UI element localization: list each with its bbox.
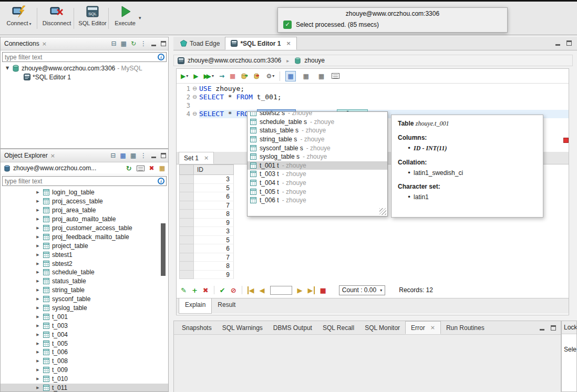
- next-page-icon[interactable]: ▶: [297, 286, 303, 294]
- autocomplete-item[interactable]: t_006 t zhouye: [248, 196, 387, 205]
- split-view-button[interactable]: ▦: [301, 71, 311, 81]
- breadcrumb-schema[interactable]: zhouye: [304, 57, 325, 64]
- row-header-cell[interactable]: [179, 210, 194, 219]
- close-icon[interactable]: ×: [204, 154, 209, 161]
- close-icon[interactable]: ×: [50, 152, 55, 159]
- expand-caret-icon[interactable]: ▶: [35, 350, 40, 354]
- tab-lock[interactable]: Lock: [562, 321, 576, 334]
- expand-caret-icon[interactable]: ▶: [35, 235, 40, 239]
- transaction-settings-button[interactable]: ⚙▾: [266, 73, 274, 80]
- autocomplete-item[interactable]: t_003 t zhouye: [248, 170, 387, 179]
- table-node[interactable]: ▶ t_010: [1, 375, 168, 384]
- grid-corner-cell[interactable]: [179, 164, 194, 175]
- table-node[interactable]: ▶ proj_auto_mailto_table: [1, 215, 168, 224]
- table-node[interactable]: ▶ t_006: [1, 348, 168, 357]
- grid-cell[interactable]: 3: [194, 175, 234, 184]
- grid-cell[interactable]: 6: [194, 244, 234, 253]
- form-view-button[interactable]: ▦: [316, 71, 326, 81]
- view-menu-icon[interactable]: ⋮: [140, 40, 147, 47]
- row-header-cell[interactable]: [179, 192, 194, 201]
- close-icon[interactable]: ×: [430, 324, 435, 331]
- minimize-icon[interactable]: [555, 40, 561, 46]
- row-header-cell[interactable]: [179, 184, 194, 193]
- fold-marker-icon[interactable]: ⊖: [190, 85, 199, 93]
- expand-caret-icon[interactable]: ▶: [35, 288, 40, 292]
- stop-fetch-icon[interactable]: ■: [320, 286, 326, 294]
- result-subtab[interactable]: Explain: [179, 298, 212, 314]
- autocomplete-item[interactable]: sysconf_table s zhouye: [248, 143, 387, 152]
- table-node[interactable]: ▶ sysconf_table: [1, 295, 168, 304]
- expand-caret-icon[interactable]: ▶: [35, 306, 40, 310]
- expand-caret-icon[interactable]: ▶: [35, 315, 40, 319]
- autocomplete-item[interactable]: status_table s zhouye: [248, 126, 387, 135]
- table-node[interactable]: ▶ t_003: [1, 321, 168, 330]
- fold-marker-icon[interactable]: ⊖: [190, 93, 199, 101]
- jump-to-statement-button[interactable]: →: [219, 73, 224, 80]
- bottom-tab[interactable]: SQL Recall ×: [317, 321, 359, 334]
- table-node[interactable]: ▶ t_005: [1, 339, 168, 348]
- breadcrumb-connection[interactable]: zhouye@www.orczhou.com:3306: [188, 57, 281, 64]
- expand-caret-icon[interactable]: ▶: [35, 324, 40, 328]
- table-node[interactable]: ▶ proj_access_table: [1, 197, 168, 206]
- tab-set-1[interactable]: Set 1 ×: [179, 152, 214, 164]
- table-node[interactable]: ▶ status_table: [1, 277, 168, 286]
- table-node[interactable]: ▶ t_011: [1, 384, 168, 391]
- connection-node[interactable]: ▼ zhouye@www.orczhou.com:3306 - MySQL: [1, 64, 168, 73]
- expand-caret-icon[interactable]: ▶: [35, 190, 40, 194]
- tab-toad-edge[interactable]: Toad Edge: [175, 37, 225, 50]
- autocomplete-item[interactable]: string_table s zhouye: [248, 135, 387, 144]
- collapse-all-icon[interactable]: ⊟: [110, 152, 116, 159]
- row-header-cell[interactable]: [179, 253, 194, 262]
- new-table-icon[interactable]: ▦: [159, 164, 165, 172]
- expand-caret-icon[interactable]: ▶: [35, 199, 40, 203]
- expand-caret-icon[interactable]: ▶: [35, 342, 40, 346]
- execute-dropdown-icon[interactable]: ▾: [139, 15, 141, 20]
- expand-caret-icon[interactable]: ▶: [35, 217, 40, 221]
- table-node[interactable]: ▶ t_004: [1, 330, 168, 339]
- resize-grip-icon[interactable]: [379, 208, 386, 215]
- table-node[interactable]: ▶ string_table: [1, 286, 168, 295]
- table-node[interactable]: ▶ t_009: [1, 366, 168, 375]
- bottom-tab[interactable]: Snapshots ×: [177, 321, 217, 334]
- first-page-icon[interactable]: ◀: [248, 286, 254, 294]
- autocomplete-item[interactable]: t_005 t zhouye: [248, 187, 387, 196]
- expand-caret-icon[interactable]: ▶: [35, 253, 40, 257]
- autocomplete-item[interactable]: t_001 t zhouye: [248, 161, 387, 170]
- overview-annotation-marker[interactable]: [563, 138, 569, 143]
- delete-row-icon[interactable]: ✖: [203, 286, 209, 294]
- revert-changes-icon[interactable]: ⊘: [231, 286, 236, 294]
- code-line[interactable]: 2⊖SELECT * FROM t_001;: [177, 93, 569, 101]
- filter-objects-icon[interactable]: ▦: [120, 152, 126, 159]
- grid-cell[interactable]: 7: [194, 253, 234, 262]
- result-subtab[interactable]: Result: [212, 298, 241, 314]
- table-node[interactable]: ▶ proj_customer_access_table: [1, 224, 168, 233]
- execute-button[interactable]: Execute: [111, 5, 139, 26]
- edit-mode-icon[interactable]: ✎: [181, 286, 187, 294]
- autocomplete-item[interactable]: sbtest2 s zhouye: [248, 111, 387, 118]
- bottom-tab[interactable]: SQL Warnings ×: [217, 321, 268, 334]
- tab-sql-editor-1[interactable]: *SQL Editor 1 ×: [225, 37, 296, 50]
- row-header-cell[interactable]: [179, 236, 194, 245]
- expand-caret-icon[interactable]: ▶: [35, 262, 40, 266]
- maximize-icon[interactable]: [551, 325, 556, 331]
- ref-cursor-button[interactable]: [332, 73, 339, 79]
- autocomplete-item[interactable]: schedule_table s zhouye: [248, 118, 387, 127]
- bottom-tab[interactable]: DBMS Output ×: [268, 321, 317, 334]
- collapse-all-icon[interactable]: ⊟: [111, 40, 117, 47]
- layout-icon[interactable]: ▦: [130, 152, 136, 159]
- code-line[interactable]: 1⊖USE zhouye;: [177, 85, 569, 93]
- stop-button[interactable]: ■: [230, 73, 235, 80]
- row-header-cell[interactable]: [179, 219, 194, 228]
- minimize-icon[interactable]: [539, 325, 545, 331]
- expand-caret-icon[interactable]: ▶: [35, 386, 40, 390]
- bottom-tab[interactable]: Error ×: [405, 321, 441, 334]
- grid-view-button[interactable]: ▦: [285, 71, 295, 81]
- grid-cell[interactable]: 7: [194, 201, 234, 210]
- table-node[interactable]: ▶ proj_feedback_mailto_table: [1, 232, 168, 241]
- table-node[interactable]: ▶ sbtest2: [1, 259, 168, 268]
- row-header-cell[interactable]: [179, 201, 194, 210]
- grid-cell[interactable]: 9: [194, 219, 234, 228]
- expand-caret-icon[interactable]: ▶: [35, 208, 40, 212]
- run-statement-button[interactable]: ▶▾: [181, 73, 188, 80]
- disconnect-icon[interactable]: ✖: [149, 164, 154, 172]
